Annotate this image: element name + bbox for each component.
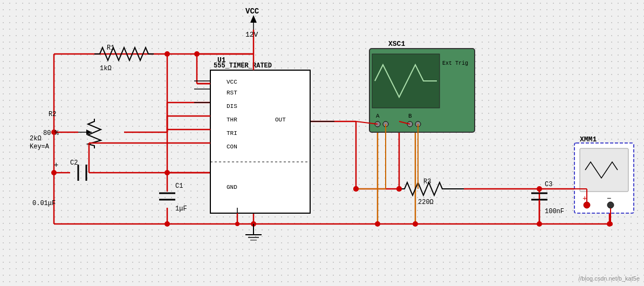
c2-label: C2 bbox=[70, 159, 78, 167]
r2-value: 2kΩ bbox=[30, 135, 42, 142]
svg-point-16 bbox=[165, 221, 170, 227]
c3-value: 100nF bbox=[545, 208, 564, 215]
svg-point-39 bbox=[375, 221, 380, 227]
xsc1-label: XSC1 bbox=[388, 40, 405, 48]
svg-point-29 bbox=[51, 170, 57, 175]
r1-value: 1kΩ bbox=[100, 65, 112, 72]
svg-point-104 bbox=[353, 186, 359, 192]
watermark: //blog.csdn.net/b_kat5e bbox=[578, 275, 640, 282]
xsc1-ext-trig: Ext Trig bbox=[442, 60, 468, 66]
vcc-label: VCC bbox=[245, 7, 259, 16]
svg-point-105 bbox=[396, 186, 402, 192]
c1-label: C1 bbox=[175, 182, 183, 190]
r3-value: 220Ω bbox=[418, 199, 434, 206]
svg-point-10 bbox=[165, 51, 170, 57]
xmm1-plus-terminal[interactable] bbox=[584, 202, 590, 208]
xmm1-minus-terminal[interactable] bbox=[607, 202, 614, 208]
r2-key: Key=A bbox=[30, 143, 50, 151]
svg-point-41 bbox=[413, 221, 418, 227]
svg-text:+: + bbox=[54, 161, 58, 169]
svg-text:GND: GND bbox=[227, 184, 237, 190]
svg-text:TRI: TRI bbox=[227, 130, 237, 137]
xmm1-display bbox=[580, 148, 628, 192]
r3-symbol bbox=[399, 182, 464, 195]
svg-text:A: A bbox=[376, 113, 380, 119]
svg-point-89 bbox=[235, 222, 239, 226]
vcc-value: 12V bbox=[245, 31, 258, 39]
r2-label: R2 bbox=[49, 111, 56, 118]
u1-type: 555_TIMER_RATED bbox=[214, 62, 272, 70]
svg-text:THR: THR bbox=[227, 117, 237, 123]
u1-ic-body bbox=[210, 70, 310, 213]
svg-marker-47 bbox=[250, 15, 257, 23]
r2-symbol bbox=[88, 119, 101, 148]
r2-pct: 80 % bbox=[43, 130, 59, 137]
schematic: VCC 12V R1 1kΩ R2 2kΩ Key=A 80 % R3 220Ω… bbox=[0, 0, 644, 286]
svg-text:OUT: OUT bbox=[275, 117, 286, 123]
svg-text:VCC: VCC bbox=[227, 79, 237, 85]
svg-text:DIS: DIS bbox=[227, 103, 237, 110]
svg-text:CON: CON bbox=[227, 144, 237, 150]
xmm1-label: XMM1 bbox=[580, 135, 597, 144]
c1-value: 1μF bbox=[175, 205, 187, 213]
svg-text:B: B bbox=[408, 113, 412, 119]
c2-value: 0.01μF bbox=[32, 200, 56, 207]
c3-label: C3 bbox=[545, 181, 552, 188]
svg-text:RST: RST bbox=[227, 90, 237, 96]
